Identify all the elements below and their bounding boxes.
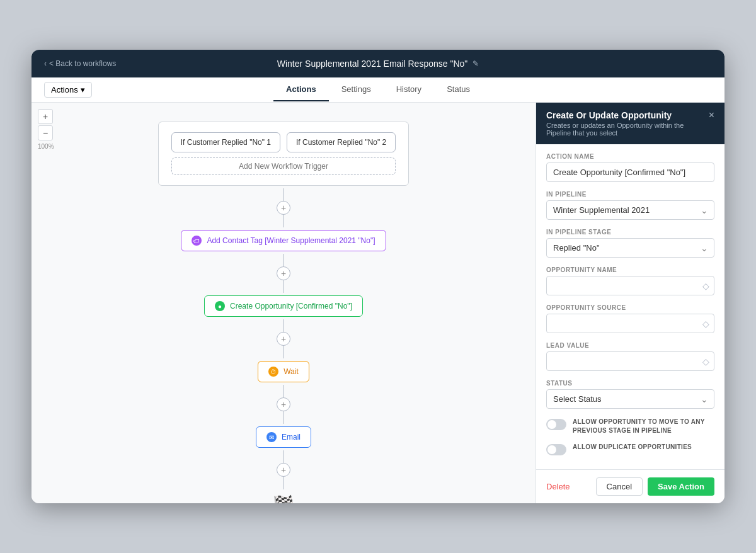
- opportunity-label: Create Opportunity [Confirmed "No"]: [230, 302, 352, 311]
- connector-3: +: [277, 385, 290, 424]
- opportunity-name-icon: ◇: [702, 281, 709, 291]
- add-trigger-button[interactable]: Add New Workflow Trigger: [171, 157, 396, 175]
- trigger-container: If Customer Replied "No" 1 If Customer R…: [158, 122, 410, 186]
- zoom-level-label: 100%: [38, 143, 54, 150]
- opportunity-name-input[interactable]: [546, 276, 714, 295]
- tag-icon: 🏷: [192, 236, 202, 246]
- add-step-button-4[interactable]: +: [277, 463, 290, 477]
- wait-action-node[interactable]: ⏱ Wait: [258, 361, 309, 382]
- panel-header: Create Or Update Opportunity Creates or …: [536, 103, 724, 144]
- delete-button[interactable]: Delete: [546, 482, 570, 491]
- back-icon: ‹: [44, 59, 47, 68]
- trigger-nodes: If Customer Replied "No" 1 If Customer R…: [171, 132, 396, 152]
- footer-actions: Cancel Save Action: [596, 477, 714, 496]
- lead-value-label: LEAD VALUE: [546, 342, 714, 349]
- trigger-node-2[interactable]: If Customer Replied "No" 2: [287, 132, 396, 152]
- zoom-in-button[interactable]: +: [38, 109, 53, 124]
- in-pipeline-stage-label: IN PIPELINE STAGE: [546, 229, 714, 236]
- status-select-wrapper: Select Status: [546, 389, 714, 409]
- dropdown-chevron-icon: ▾: [81, 85, 85, 94]
- status-label: STATUS: [546, 380, 714, 387]
- action-name-input[interactable]: [546, 162, 714, 182]
- connector-line: [284, 477, 284, 489]
- add-step-button-1[interactable]: +: [277, 266, 290, 280]
- opportunity-source-field-group: OPPORTUNITY SOURCE ◇: [546, 304, 714, 333]
- action-name-field-group: ACTION NAME: [546, 153, 714, 182]
- zoom-out-button[interactable]: −: [38, 125, 53, 140]
- allow-previous-stage-label: ALLOW OPPORTUNITY TO MOVE TO ANY PREVIOU…: [573, 418, 714, 435]
- opportunity-name-input-wrapper: ◇: [546, 276, 714, 295]
- panel-footer: Delete Cancel Save Action: [536, 469, 724, 503]
- in-pipeline-stage-select[interactable]: Replied "No": [546, 238, 714, 258]
- status-select[interactable]: Select Status: [546, 389, 714, 409]
- top-bar: ‹ < Back to workflows Winter Supplementa…: [32, 50, 724, 77]
- allow-duplicate-toggle-row: ALLOW DUPLICATE OPPORTUNITIES: [546, 443, 714, 455]
- in-pipeline-stage-field-group: IN PIPELINE STAGE Replied "No": [546, 229, 714, 258]
- email-icon: ✉: [266, 432, 277, 442]
- status-field-group: STATUS Select Status: [546, 380, 714, 409]
- add-step-button-0[interactable]: +: [277, 201, 290, 215]
- in-pipeline-field-group: IN PIPELINE Winter Supplemental 2021: [546, 191, 714, 220]
- tag-label: Add Contact Tag [Winter Supplemental 202…: [207, 236, 375, 245]
- opportunity-source-icon: ◇: [702, 319, 709, 329]
- back-link[interactable]: ‹ < Back to workflows: [44, 59, 116, 68]
- right-panel: Create Or Update Opportunity Creates or …: [536, 103, 724, 503]
- tab-status[interactable]: Status: [434, 78, 483, 101]
- tag-action-node[interactable]: 🏷 Add Contact Tag [Winter Supplemental 2…: [181, 230, 386, 251]
- panel-close-button[interactable]: ×: [709, 110, 714, 120]
- connector-0: +: [277, 188, 290, 227]
- opportunity-name-label: OPPORTUNITY NAME: [546, 266, 714, 273]
- action-name-label: ACTION NAME: [546, 153, 714, 160]
- lead-value-input-wrapper: ◇: [546, 351, 714, 371]
- connector-line: [284, 215, 284, 227]
- workflow-title: Winter Supplemental 2021 Email Response …: [277, 59, 479, 69]
- workflow-title-text: Winter Supplemental 2021 Email Response …: [277, 59, 468, 69]
- tab-history[interactable]: History: [384, 78, 434, 101]
- back-label: < Back to workflows: [49, 59, 116, 68]
- connector-line: [284, 319, 284, 332]
- trigger-node-1[interactable]: If Customer Replied "No" 1: [171, 132, 280, 152]
- in-pipeline-select[interactable]: Winter Supplemental 2021: [546, 200, 714, 220]
- zoom-controls: + − 100%: [38, 109, 54, 150]
- in-pipeline-select-wrapper: Winter Supplemental 2021: [546, 200, 714, 220]
- tabs-bar: Actions ▾ Actions Settings History Statu…: [32, 77, 724, 103]
- in-pipeline-label: IN PIPELINE: [546, 191, 714, 198]
- connector-line: [284, 450, 284, 463]
- cancel-button[interactable]: Cancel: [596, 477, 643, 496]
- panel-body: ACTION NAME IN PIPELINE Winter Supplemen…: [536, 144, 724, 469]
- opportunity-source-input[interactable]: [546, 314, 714, 333]
- connector-line: [284, 346, 284, 358]
- add-step-button-3[interactable]: +: [277, 397, 290, 411]
- opportunity-action-node[interactable]: ● Create Opportunity [Confirmed "No"]: [204, 295, 363, 317]
- in-pipeline-stage-select-wrapper: Replied "No": [546, 238, 714, 258]
- opportunity-icon: ●: [215, 301, 225, 311]
- wait-icon: ⏱: [268, 367, 278, 377]
- tab-settings[interactable]: Settings: [329, 78, 384, 101]
- wait-label: Wait: [284, 367, 299, 376]
- nav-tabs: Actions Settings History Status: [273, 78, 483, 101]
- save-action-button[interactable]: Save Action: [648, 477, 714, 496]
- allow-duplicate-label: ALLOW DUPLICATE OPPORTUNITIES: [573, 443, 692, 452]
- connector-line: [284, 188, 284, 201]
- workflow-canvas-area[interactable]: + − 100% If Customer Replied "No" 1 If C…: [32, 103, 536, 503]
- connector-4: +: [277, 450, 290, 489]
- panel-header-content: Create Or Update Opportunity Creates or …: [546, 110, 709, 137]
- connector-line: [284, 280, 284, 293]
- email-action-node[interactable]: ✉ Email: [256, 426, 311, 448]
- add-step-button-2[interactable]: +: [277, 332, 290, 346]
- connector-line: [284, 254, 284, 266]
- allow-duplicate-toggle[interactable]: [546, 444, 566, 455]
- actions-dropdown[interactable]: Actions ▾: [44, 82, 92, 98]
- lead-value-input[interactable]: [546, 351, 714, 371]
- main-content: + − 100% If Customer Replied "No" 1 If C…: [32, 103, 724, 503]
- finish-flag: 🏁: [273, 494, 295, 503]
- actions-dropdown-label: Actions: [51, 85, 78, 94]
- allow-previous-stage-toggle[interactable]: [546, 419, 566, 430]
- edit-title-icon[interactable]: ✎: [472, 59, 479, 68]
- tab-actions[interactable]: Actions: [273, 78, 329, 101]
- connector-2: +: [277, 319, 290, 358]
- panel-title: Create Or Update Opportunity: [546, 110, 709, 120]
- connector-line: [284, 411, 284, 424]
- connector-1: +: [277, 254, 290, 293]
- workflow-canvas: If Customer Replied "No" 1 If Customer R…: [32, 103, 536, 503]
